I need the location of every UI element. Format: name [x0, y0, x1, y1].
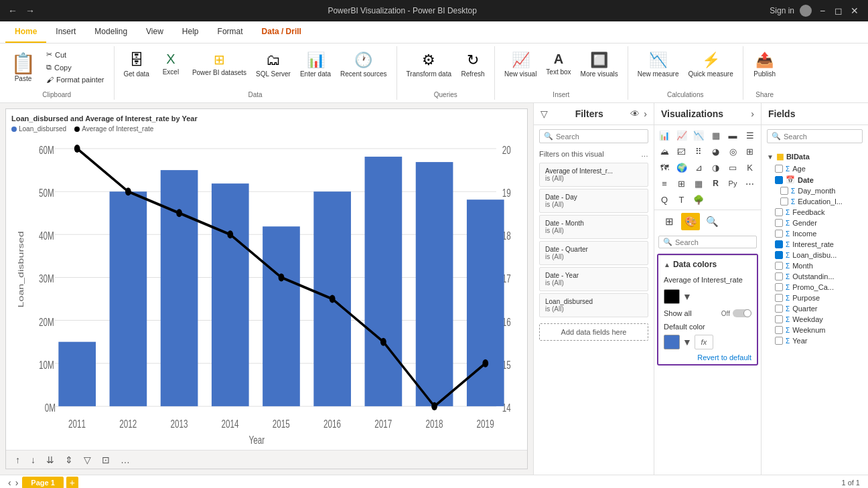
field-outstanding[interactable]: Σ Outstandin...	[764, 271, 865, 282]
close-icon[interactable]: ✕	[849, 5, 860, 16]
viz-textbox2[interactable]: T	[674, 192, 689, 207]
field-income-checkbox[interactable]	[775, 230, 783, 238]
field-interest-rate-checkbox[interactable]	[775, 240, 783, 248]
field-gender[interactable]: Σ Gender	[764, 218, 865, 228]
revert-button[interactable]: Revert to default	[658, 351, 757, 364]
filters-section-more[interactable]: …	[641, 150, 648, 158]
field-feedback[interactable]: Σ Feedback	[764, 207, 865, 218]
page-tab-1[interactable]: Page 1	[22, 477, 63, 489]
field-weekday[interactable]: Σ Weekday	[764, 314, 865, 325]
format-icon-btn[interactable]: 🎨	[681, 213, 700, 230]
add-page-button[interactable]: +	[66, 477, 78, 489]
viz-decomp[interactable]: 🌳	[691, 192, 706, 207]
field-weeknum[interactable]: Σ Weeknum	[764, 325, 865, 335]
field-purpose-checkbox[interactable]	[775, 294, 783, 302]
add-fields-button[interactable]: Add data fields here	[539, 323, 648, 341]
drill-up-icon[interactable]: ↑	[11, 453, 24, 467]
viz-custom[interactable]: ⋯	[743, 176, 757, 191]
field-promo-checkbox[interactable]	[775, 283, 783, 291]
powerbi-datasets-button[interactable]: ⊞ Power BI datasets	[188, 49, 250, 80]
copy-button[interactable]: ⧉ Copy	[42, 62, 108, 73]
format-painter-button[interactable]: 🖌 Format painter	[42, 74, 108, 85]
filter-item-5[interactable]: Loan_disbursed is (All)	[539, 293, 648, 317]
page-nav-prev[interactable]: ‹	[8, 477, 11, 488]
field-day-month[interactable]: Σ Day_month	[764, 185, 865, 196]
viz-waterfall[interactable]: 🗠	[674, 144, 689, 159]
transform-data-button[interactable]: ⚙ Transform data	[403, 49, 455, 81]
viz-scatter[interactable]: ⠿	[691, 144, 706, 159]
expand-all-icon[interactable]: ⇊	[42, 453, 58, 467]
publish-button[interactable]: 📤 Publish	[749, 49, 781, 81]
field-income[interactable]: Σ Income	[764, 228, 865, 239]
viz-r[interactable]: R	[709, 176, 723, 191]
fields-group-bidata-header[interactable]: ▼ ▦ BIData	[764, 150, 865, 163]
analytics-icon-btn[interactable]: 🔍	[703, 213, 721, 230]
tab-format[interactable]: Format	[208, 21, 252, 43]
hierarchy-icon[interactable]: ⇕	[61, 453, 77, 467]
field-purpose[interactable]: Σ Purpose	[764, 293, 865, 303]
filters-search-input[interactable]	[556, 133, 644, 141]
field-quarter[interactable]: Σ Quarter	[764, 303, 865, 314]
field-interest-rate[interactable]: Σ Interest_rate	[764, 239, 865, 250]
viz-table[interactable]: ⊞	[674, 176, 689, 191]
field-quarter-checkbox[interactable]	[775, 305, 783, 313]
fields-search-input[interactable]	[784, 133, 858, 141]
filter-icon[interactable]: ▽	[80, 453, 95, 467]
color-dropdown-icon[interactable]: ▼	[682, 291, 692, 302]
field-promo[interactable]: Σ Promo_Ca...	[764, 282, 865, 293]
tab-help[interactable]: Help	[173, 21, 208, 43]
more-options-icon[interactable]: …	[117, 453, 134, 467]
viz-ribbon[interactable]: ⛰	[657, 144, 672, 159]
window-controls-left[interactable]: ← →	[8, 5, 35, 16]
fields-search-box[interactable]: 🔍	[767, 129, 863, 143]
data-colors-header[interactable]: ▲ Data colors	[658, 255, 757, 273]
filters-expand-icon[interactable]: ›	[644, 108, 647, 119]
tab-view[interactable]: View	[137, 21, 173, 43]
tab-data-drill[interactable]: Data / Drill	[252, 21, 311, 43]
viz-slicer[interactable]: ≡	[657, 176, 672, 191]
viz-search-input[interactable]	[675, 238, 752, 246]
field-feedback-checkbox[interactable]	[775, 208, 783, 216]
filter-item-0[interactable]: Average of Interest_r... is (All)	[539, 163, 648, 187]
field-education-checkbox[interactable]	[780, 197, 788, 206]
field-age[interactable]: Σ Age	[764, 163, 865, 174]
field-day-month-checkbox[interactable]	[780, 187, 788, 195]
viz-treemap[interactable]: ⊞	[743, 144, 757, 159]
field-loan-checkbox[interactable]	[775, 251, 783, 259]
new-measure-button[interactable]: 📉 New measure	[634, 49, 683, 81]
viz-card[interactable]: ▭	[725, 160, 740, 175]
user-avatar[interactable]	[800, 5, 812, 17]
get-data-button[interactable]: 🗄 Get data	[120, 49, 153, 81]
viz-area-chart[interactable]: 📉	[691, 128, 706, 143]
forward-icon[interactable]: →	[25, 5, 35, 16]
sql-server-button[interactable]: 🗂 SQL Server	[252, 49, 295, 81]
back-icon[interactable]: ←	[8, 5, 17, 16]
refresh-button[interactable]: ↻ Refresh	[457, 49, 489, 81]
field-weeknum-checkbox[interactable]	[775, 326, 783, 334]
viz-line-chart[interactable]: 📈	[674, 128, 689, 143]
cut-button[interactable]: ✂ Cut	[42, 49, 108, 60]
excel-button[interactable]: X Excel	[155, 49, 187, 79]
field-gender-checkbox[interactable]	[775, 219, 783, 227]
more-visuals-button[interactable]: 🔲 More visuals	[577, 49, 622, 81]
quick-measure-button[interactable]: ⚡ Quick measure	[684, 49, 737, 81]
text-box-button[interactable]: A Text box	[542, 49, 575, 79]
viz-funnel[interactable]: ⊿	[691, 160, 706, 175]
tab-home[interactable]: Home	[5, 21, 46, 43]
viz-pie[interactable]: ◕	[709, 144, 723, 159]
field-year-checkbox[interactable]	[775, 337, 783, 345]
page-nav-next[interactable]: ›	[15, 477, 19, 488]
drill-down-icon[interactable]: ↓	[27, 453, 40, 467]
field-outstanding-checkbox[interactable]	[775, 272, 783, 280]
filter-item-2[interactable]: Date - Month is (All)	[539, 215, 648, 239]
viz-expand-icon[interactable]: ›	[751, 108, 754, 119]
field-year[interactable]: Σ Year	[764, 335, 865, 346]
tab-modeling[interactable]: Modeling	[85, 21, 137, 43]
visual-container[interactable]: Loan_disbursed and Average of Interest_r…	[5, 108, 528, 469]
viz-clustered-bar[interactable]: ☰	[743, 128, 757, 143]
viz-bar-chart[interactable]: 📊	[657, 128, 672, 143]
filter-item-3[interactable]: Date - Quarter is (All)	[539, 241, 648, 265]
viz-matrix[interactable]: ▦	[691, 176, 706, 191]
viz-gauge[interactable]: ◑	[709, 160, 723, 175]
toggle-off[interactable]: Off	[721, 309, 751, 317]
